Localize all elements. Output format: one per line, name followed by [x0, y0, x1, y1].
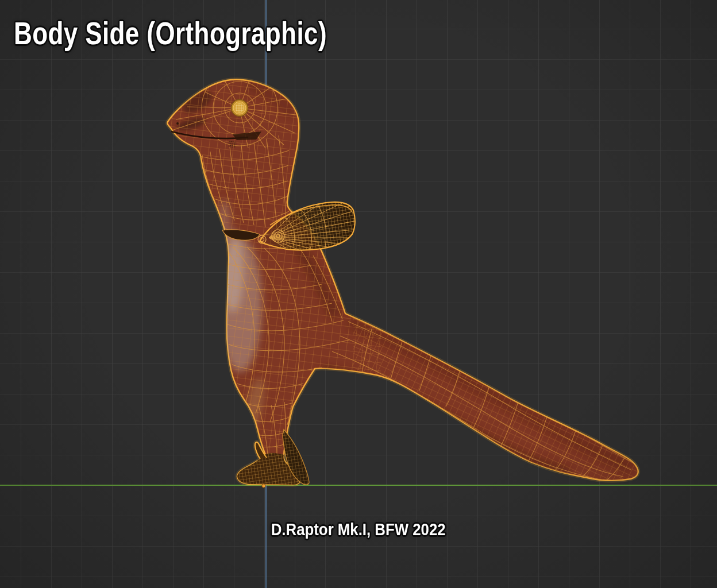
caption-row: D.Raptor Mk.I, BFW 2022 — [0, 520, 717, 539]
viewport-canvas[interactable] — [0, 0, 717, 588]
view-title-label: Body Side (Orthographic) — [14, 15, 327, 52]
nostril — [176, 122, 179, 125]
model-caption-label: D.Raptor Mk.I, BFW 2022 — [271, 520, 446, 539]
origin-marker — [262, 484, 265, 488]
chin-stipple-patch — [228, 141, 236, 148]
grid-lines — [0, 0, 717, 588]
3d-viewport[interactable]: Body Side (Orthographic) D.Raptor Mk.I, … — [0, 0, 717, 588]
eye — [232, 100, 248, 117]
